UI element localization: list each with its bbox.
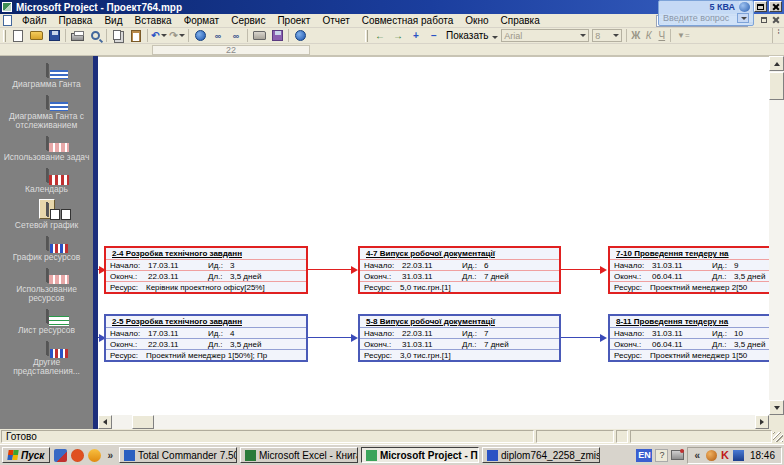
help-tray-icon[interactable]: ?	[655, 449, 668, 462]
toolbar-grip[interactable]	[3, 30, 6, 42]
duration-value: 7 дней	[484, 272, 509, 281]
italic-button[interactable]: К	[642, 30, 655, 41]
language-indicator[interactable]: EN	[636, 449, 652, 462]
menu-file[interactable]: Файл	[16, 14, 53, 27]
sidebar-item-tracking-gantt[interactable]: Диаграмма Ганта с отслеживанием	[1, 94, 93, 130]
sidebar-item-network-diagram[interactable]: Сетевой график	[1, 199, 93, 230]
start-button[interactable]: Пуск	[2, 447, 50, 463]
assign-resources-button[interactable]	[268, 28, 286, 43]
sidebar-item-resource-usage[interactable]: Использование ресурсов	[1, 267, 93, 303]
printer-tray-icon[interactable]	[671, 450, 684, 460]
vertical-scrollbar[interactable]	[769, 56, 784, 415]
help-button[interactable]	[291, 28, 309, 43]
tray-app-icon-2[interactable]	[733, 450, 744, 461]
sidebar-item-gantt-chart[interactable]: Диаграмма Ганта	[1, 62, 93, 89]
save-button[interactable]	[45, 28, 63, 43]
hyperlink-globe-icon	[195, 30, 206, 41]
open-button[interactable]	[27, 28, 45, 43]
entry-field[interactable]: 22	[152, 45, 310, 55]
maximize-button[interactable]	[754, 1, 767, 12]
duration-label: Дл.:	[712, 340, 727, 349]
taskbar-button-project-active[interactable]: Microsoft Project - Пр...	[361, 447, 479, 463]
speed-monitor-icon	[739, 2, 750, 12]
unlink-tasks-button[interactable]: ∞	[227, 28, 245, 43]
doc-close-button[interactable]	[771, 15, 782, 26]
quick-launch-icon-1[interactable]	[54, 449, 67, 462]
indent-button[interactable]: →	[389, 28, 407, 43]
font-size-select[interactable]: 8	[592, 29, 622, 42]
task-node-2-5[interactable]: 2-5 Розробка технічного завданн Начало: …	[104, 314, 308, 362]
quick-launch-icon-3[interactable]	[88, 449, 101, 462]
link-tasks-button[interactable]: ∞	[209, 28, 227, 43]
menu-view[interactable]: Вид	[98, 14, 128, 27]
menu-edit[interactable]: Правка	[53, 14, 99, 27]
taskbar-button-word-document[interactable]: diplom764_2258_zmist2n...	[482, 447, 600, 463]
excel-icon	[245, 450, 256, 461]
copy-button[interactable]	[109, 28, 127, 43]
sidebar-item-calendar[interactable]: Календарь	[1, 167, 93, 194]
redo-button[interactable]: ↷	[168, 28, 186, 43]
hide-subtasks-button[interactable]: −	[425, 28, 443, 43]
new-button[interactable]	[9, 28, 27, 43]
show-dropdown[interactable]: Показать	[443, 30, 501, 41]
menu-report[interactable]: Отчет	[316, 14, 355, 27]
underline-button[interactable]: Ч	[655, 30, 668, 41]
chevron-down-icon[interactable]	[737, 13, 749, 23]
menu-help[interactable]: Справка	[495, 14, 546, 27]
quick-launch-icon-2[interactable]	[71, 449, 84, 462]
taskbar-button-total-commander[interactable]: Total Commander 7.50a ...	[119, 447, 237, 463]
resource-label: Ресурс:	[364, 283, 392, 292]
task-node-2-4[interactable]: 2-4 Розробка технічного завданн Начало: …	[104, 246, 308, 294]
scroll-up-button[interactable]	[769, 56, 784, 71]
toolbar-options-button[interactable]: ⁞	[772, 28, 784, 43]
id-value: 9	[734, 261, 738, 270]
task-row: Оконч.: 06.04.11 Дл.: 3,5 дней	[610, 338, 769, 349]
finish-value: 22.03.11	[148, 340, 179, 349]
task-node-7-10[interactable]: 7-10 Проведення тендеру на Начало: 31.03…	[608, 246, 769, 294]
toolbar-grip[interactable]	[365, 30, 368, 42]
menu-format[interactable]: Формат	[178, 14, 226, 27]
network-diagram-pane[interactable]: 2-4 Розробка технічного завданн Начало: …	[98, 56, 769, 415]
bold-button[interactable]: Ж	[629, 30, 642, 41]
print-preview-button[interactable]	[86, 28, 104, 43]
outdent-button[interactable]: ←	[371, 28, 389, 43]
paste-button[interactable]	[127, 28, 145, 43]
doc-restore-button[interactable]	[759, 15, 770, 26]
menu-tools[interactable]: Сервис	[225, 14, 271, 27]
redo-icon: ↷	[169, 30, 177, 41]
start-value: 17.03.11	[148, 329, 179, 338]
menu-project[interactable]: Проект	[271, 14, 316, 27]
sidebar-item-task-usage[interactable]: Использование задач	[1, 135, 93, 162]
tray-collapse-chevron[interactable]: «	[692, 450, 702, 461]
task-information-button[interactable]	[250, 28, 268, 43]
tray-app-icon-1[interactable]	[706, 450, 717, 461]
menu-window[interactable]: Окно	[459, 14, 494, 27]
task-node-5-8[interactable]: 5-8 Випуск робочої документації Начало: …	[358, 314, 561, 362]
task-row: Оконч.: 31.03.11 Дл.: 7 дней	[360, 270, 559, 281]
taskbar-button-excel[interactable]: Microsoft Excel - Книга7...	[240, 447, 358, 463]
vertical-scroll-thumb[interactable]	[769, 72, 784, 100]
menu-collaborate[interactable]: Совместная работа	[356, 14, 460, 27]
font-name-select[interactable]: Arial	[501, 29, 589, 42]
scroll-right-button[interactable]	[755, 415, 769, 429]
print-button[interactable]	[68, 28, 86, 43]
tray-clock[interactable]: 18:46	[748, 450, 777, 461]
kaspersky-icon[interactable]: K	[721, 450, 729, 461]
undo-button[interactable]: ↶	[150, 28, 168, 43]
sidebar-item-more-views[interactable]: Другие представления...	[1, 340, 93, 376]
quick-launch-overflow-chevron[interactable]: »	[105, 450, 115, 461]
sidebar-item-resource-sheet[interactable]: Лист ресурсов	[1, 308, 93, 335]
sidebar-item-resource-graph[interactable]: График ресурсов	[1, 235, 93, 262]
task-node-8-11[interactable]: 8-11 Проведення тендеру на Начало: 31.03…	[608, 314, 769, 362]
scroll-down-button[interactable]	[769, 400, 784, 415]
menu-insert[interactable]: Вставка	[128, 14, 177, 27]
close-button[interactable]	[769, 1, 782, 12]
horizontal-scrollbar[interactable]	[98, 415, 769, 429]
scroll-left-button[interactable]	[98, 415, 112, 429]
hyperlink-button[interactable]	[191, 28, 209, 43]
filter-button[interactable]: ▼=	[673, 31, 693, 40]
show-subtasks-button[interactable]: +	[407, 28, 425, 43]
task-node-4-7[interactable]: 4-7 Випуск робочої документації Начало: …	[358, 246, 561, 294]
resize-grip[interactable]	[773, 432, 783, 442]
horizontal-scroll-thumb[interactable]	[132, 415, 154, 429]
